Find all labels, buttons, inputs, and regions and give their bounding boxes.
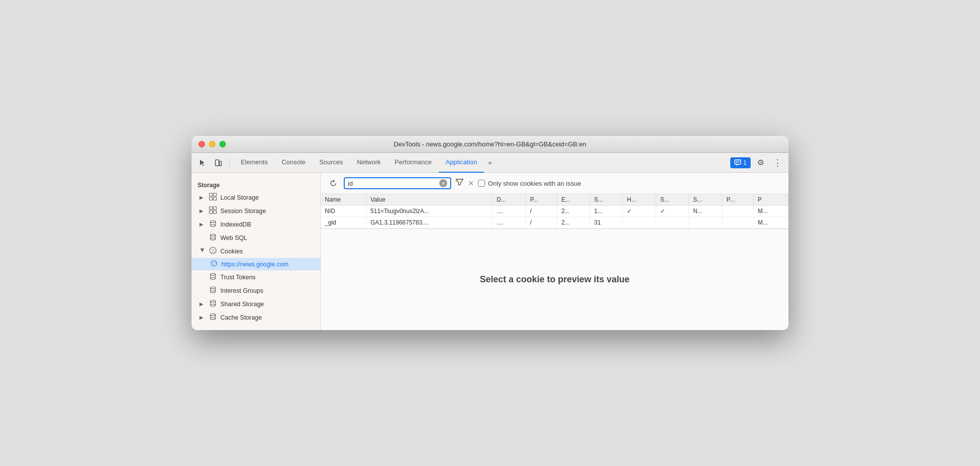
cell-samesite [689,217,722,229]
chevron-down-icon: ▶ [200,248,205,254]
table-row[interactable]: _gid GA1.3.1196675783.... .... / 2... 31… [321,217,788,229]
toolbar: Elements Console Sources Network Perform… [192,153,788,173]
cell-size: 1... [590,206,623,217]
sidebar-item-shared-storage[interactable]: ▶ Shared Storage [192,297,320,311]
more-options-button[interactable]: ⋮ [771,156,784,170]
svg-rect-1 [219,161,221,166]
col-samesite: S... [689,194,722,206]
toolbar-divider [229,158,230,168]
tab-elements[interactable]: Elements [234,153,275,173]
devtools-window: DevTools - news.google.com/home?hl=en-GB… [192,136,788,330]
close-button[interactable] [198,141,205,147]
svg-rect-11 [209,211,212,214]
more-tabs-button[interactable]: » [484,153,495,173]
cell-priority: M... [754,217,788,229]
svg-point-18 [211,249,212,250]
maximize-button[interactable] [219,141,226,147]
cylinder-icon [208,272,217,282]
cell-domain: .... [492,217,526,229]
svg-point-15 [210,234,215,236]
interest-groups-label: Interest Groups [220,287,263,294]
issue-filter-text: Only show cookies with an issue [488,180,581,187]
cookie-preview-area: Select a cookie to preview its value [321,229,788,330]
sidebar-item-cookies-google[interactable]: https://news.google.com [192,258,320,270]
minimize-button[interactable] [209,141,215,147]
svg-rect-8 [213,197,216,200]
cell-value: 511=Tsugv0nux2lzA... [366,206,492,217]
settings-button[interactable]: ⚙ [754,156,768,170]
svg-rect-6 [213,193,216,196]
cell-sameparty [722,217,754,229]
cookies-google-label: https://news.google.com [221,261,289,268]
svg-rect-9 [209,207,212,210]
cylinder-icon [208,233,217,242]
sidebar-item-session-storage[interactable]: ▶ Session Storage [192,204,320,218]
toolbar-right: 1 ⚙ ⋮ [730,156,784,170]
svg-point-24 [214,262,215,263]
table-row[interactable]: NID 511=Tsugv0nux2lzA... .... / 2... 1..… [321,206,788,217]
titlebar: DevTools - news.google.com/home?hl=en-GB… [192,136,788,153]
web-sql-label: Web SQL [220,234,247,241]
col-sameparty: P... [722,194,754,206]
cursor-tool-button[interactable] [196,156,209,170]
svg-point-25 [213,264,214,265]
cell-priority: M... [754,206,788,217]
sidebar-item-indexeddb[interactable]: ▶ IndexedDB [192,218,320,231]
cell-name: _gid [321,217,366,229]
session-storage-label: Session Storage [220,208,266,215]
col-name: Name [321,194,366,206]
cookies-table: Name Value D... P... E... S... H... S...… [321,194,788,229]
filter-clear-button[interactable]: ✕ [468,179,474,187]
svg-point-13 [210,221,215,223]
search-clear-button[interactable]: ✕ [439,179,447,187]
svg-rect-12 [213,211,216,214]
cell-httponly [623,217,656,229]
cell-sameparty [722,206,754,217]
cell-httponly: ✓ [623,206,656,217]
cell-domain: .... [492,206,526,217]
sidebar-item-web-sql[interactable]: ▶ Web SQL [192,231,320,244]
svg-rect-0 [215,160,219,166]
sidebar: Storage ▶ Local Storage ▶ [192,173,321,330]
cell-secure [656,217,689,229]
grid-icon [208,206,217,216]
cell-expires: 2... [557,206,590,217]
svg-point-17 [210,247,216,254]
sidebar-item-interest-groups[interactable]: ▶ Interest Groups [192,284,320,297]
svg-rect-10 [213,207,216,210]
cylinder-icon [208,220,217,229]
preview-text: Select a cookie to preview its value [480,274,629,285]
tab-application[interactable]: Application [439,153,485,173]
indexeddb-label: IndexedDB [220,221,251,228]
svg-point-21 [214,251,215,252]
chevron-right-icon: ▶ [199,208,205,214]
sidebar-item-local-storage[interactable]: ▶ Local Storage [192,191,320,204]
issue-filter-label[interactable]: Only show cookies with an issue [478,180,581,187]
cylinder-icon [208,313,217,322]
window-title: DevTools - news.google.com/home?hl=en-GB… [394,140,587,148]
tab-network[interactable]: Network [350,153,388,173]
feedback-button[interactable]: 1 [730,157,751,168]
device-toolbar-button[interactable] [211,156,225,170]
sidebar-item-cookies[interactable]: ▶ Cookies [192,244,320,258]
tab-performance[interactable]: Performance [388,153,438,173]
tab-console[interactable]: Console [275,153,312,173]
svg-point-14 [210,225,215,227]
tab-bar: Elements Console Sources Network Perform… [234,153,728,173]
sidebar-item-cache-storage[interactable]: ▶ Cache Storage [192,311,320,324]
tab-sources[interactable]: Sources [312,153,350,173]
col-httponly: H... [623,194,656,206]
sidebar-item-trust-tokens[interactable]: ▶ Trust Tokens [192,270,320,284]
svg-point-30 [210,300,215,302]
filter-funnel-button[interactable] [455,178,464,189]
chevron-right-icon: ▶ [199,301,205,307]
svg-point-29 [210,291,215,293]
cell-path: / [526,217,557,229]
refresh-button[interactable] [327,177,340,190]
issue-filter-checkbox[interactable] [478,180,485,187]
shared-storage-label: Shared Storage [220,301,264,308]
cache-storage-label: Cache Storage [220,314,262,321]
search-input[interactable] [348,180,437,187]
svg-rect-2 [735,160,741,164]
col-size: S... [590,194,623,206]
